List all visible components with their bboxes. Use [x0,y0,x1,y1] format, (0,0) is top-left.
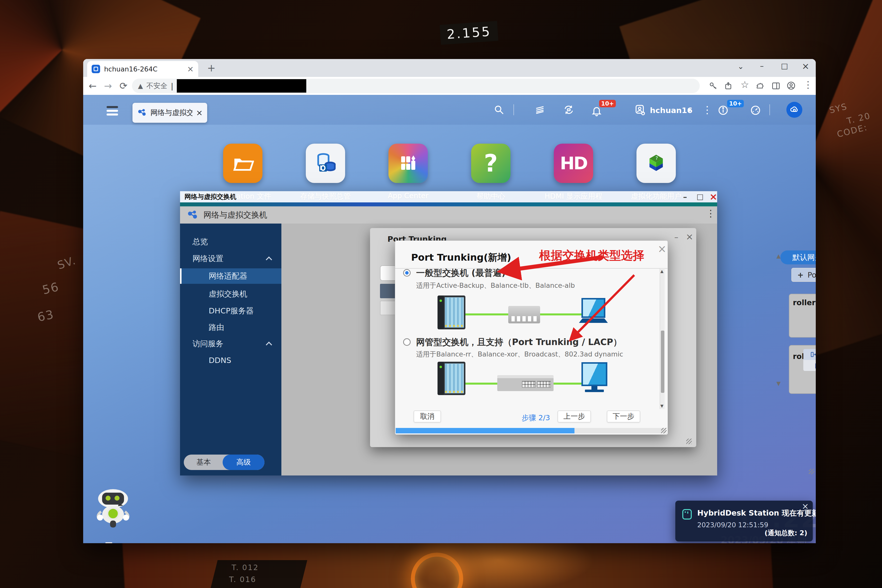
sidebar-item-ddns[interactable]: DDNS [180,352,281,368]
next-button[interactable]: 下一步 [607,411,640,423]
network-link [465,314,508,315]
resource-monitor-icon[interactable] [750,105,761,116]
adapter-card-1: roller I: ⋮ [789,294,816,338]
sidebar-item-overview[interactable]: 总览 [180,234,281,249]
reload-icon[interactable]: ⟳ [120,81,128,91]
wallpaper-panel [211,560,307,588]
profile-avatar-icon[interactable] [786,81,796,90]
sidebar-section-network-settings[interactable]: 网络设置 [180,251,281,266]
step-indicator: 步骤 2/3 [522,413,550,423]
app-tab-close-icon[interactable]: × [196,108,203,117]
browser-tab-strip: hchuan16-264C × + ⌄ – □ × [83,59,816,77]
scroll-down-icon[interactable]: ▼ [660,404,663,408]
username-caret-icon[interactable]: ▾ [688,106,691,114]
browser-tab[interactable]: hchuan16-264C × [87,61,198,77]
content-scroll-down-icon[interactable]: ▼ [776,381,781,386]
user-account-icon[interactable] [634,104,646,116]
open-app-tab[interactable]: 网络与虚拟交... × [132,103,207,123]
option-2-label[interactable]: 网管型交换机，且支持（Port Trunking / LACP） [416,336,622,348]
app-window-titlebar[interactable]: 网络与虚拟交换机 – □ × [180,191,717,202]
nas-illustration [438,296,465,329]
browser-close-button[interactable]: × [802,61,809,71]
browser-kebab-icon[interactable]: ⋮ [803,80,813,89]
topbar-divider [770,104,770,115]
option-1-desc: 适用于Active-Backup、Balance-tlb、Balance-alb [416,281,575,290]
radio-generic-switch[interactable] [403,269,411,277]
not-secure-label: 不安全 [146,81,167,91]
previous-button[interactable]: 上一步 [558,411,591,423]
sidebar-item-dhcp-server[interactable]: DHCP服务器 [180,303,281,319]
update-toast[interactable]: HybridDesk Station 现在有更新 2023/09/20 12:5… [675,501,813,542]
bg-dialog-fragment [380,284,396,298]
dialog-horizontal-scrollbar[interactable] [396,428,666,434]
cancel-button[interactable]: 取消 [414,411,441,423]
default-gateway-pill[interactable]: 默认网关 [780,250,816,264]
scrollbar-thumb[interactable] [661,331,664,393]
bg-dialog-resize-grip[interactable] [686,439,692,444]
share-icon[interactable] [724,81,733,90]
network-app-icon [137,108,147,118]
toast-title: HybridDesk Station 现在有更新 [697,508,816,518]
desktop-icon-file-station[interactable] [223,144,262,183]
recycle-bin-icon[interactable] [99,542,118,543]
desktop-icon-virtualization[interactable]: ? [636,144,676,183]
myqnapcloud-icon[interactable] [786,102,802,118]
app-header-kebab-icon[interactable]: ⋮ [706,211,716,216]
sidebar-item-network-adapters[interactable]: 网络适配器 [180,268,281,284]
collapse-chevron-icon [266,342,272,348]
toggle-basic-label[interactable]: 基本 [184,454,224,470]
desktop-icon-hdmi-display[interactable]: HD [554,144,593,183]
back-icon[interactable]: ← [88,81,97,91]
extensions-icon[interactable] [756,81,765,90]
bg-dialog-close-icon[interactable]: × [686,231,693,242]
qts-desktop: 网络与虚拟交... × 10+ hchuan16 ▾ ⋮ [83,95,816,543]
sync-devices-icon[interactable] [563,104,574,115]
sidebar-item-virtual-switch[interactable]: 虚拟交换机 [180,286,281,302]
app-close-icon[interactable]: × [710,191,717,202]
side-panel-icon[interactable] [771,81,780,90]
content-scroll-up-icon[interactable]: ▲ [776,254,781,259]
tab-close-icon[interactable]: × [187,65,194,73]
adapter-card-title: roller I: [793,298,816,307]
bookmark-star-icon[interactable]: ☆ [741,80,749,89]
toast-count: (通知总数: 2) [765,528,807,537]
new-tab-button[interactable]: + [207,63,216,73]
url-field[interactable]: ▲ 不安全 | [132,79,700,93]
toast-close-icon[interactable]: × [802,501,809,511]
desktop-icon-app-center[interactable] [388,144,428,183]
search-icon[interactable] [494,104,504,115]
password-key-icon[interactable] [709,81,718,90]
option-1-label[interactable]: 一般型交换机 (最普遍) [416,267,506,279]
sidebar-item-routing[interactable]: 路由 [180,320,281,335]
bg-dialog-minimize-icon[interactable]: – [674,232,678,242]
app-window-accent-strip [180,202,717,206]
browser-window: hchuan16-264C × + ⌄ – □ × ← → ⟳ ▲ 不安全 | [83,59,816,543]
browser-minimize-button[interactable]: – [760,62,764,70]
dialog-vertical-scrollbar[interactable]: ▲ ▼ [660,268,664,409]
basic-advanced-toggle[interactable]: 基本 高级 [184,454,264,470]
topbar-kebab-icon[interactable]: ⋮ [702,105,712,115]
dialog-close-icon[interactable]: × [658,243,666,255]
app-minimize-icon[interactable]: – [683,192,687,202]
sidebar-section-access-services[interactable]: 访问服务 [180,336,281,351]
background-tasks-icon[interactable] [534,104,545,115]
app-maximize-icon[interactable]: □ [696,192,704,201]
desktop-icon-storage-snapshots[interactable] [306,144,345,183]
nas-illustration [438,362,465,395]
network-link [554,382,582,385]
url-caret: | [171,82,173,90]
forward-icon[interactable]: → [104,81,112,91]
toggle-advanced-label[interactable]: 高级 [223,454,264,470]
scroll-up-icon[interactable]: ▲ [660,269,663,273]
dialog-resize-grip[interactable] [661,428,667,434]
add-port-trunking-button[interactable]: + Port Trunking [791,268,816,282]
window-resize-grip[interactable] [809,469,814,474]
browser-maximize-button[interactable]: □ [781,62,788,70]
system-info-icon[interactable] [718,105,729,116]
radio-managed-switch[interactable] [403,338,411,346]
username-label[interactable]: hchuan16 [650,106,693,115]
desktop-icon-help-center[interactable]: ? [471,144,510,183]
browser-menu-chevron-icon[interactable]: ⌄ [738,62,744,71]
main-menu-icon[interactable] [106,104,118,117]
horizontal-scrollbar-fill[interactable] [396,428,574,434]
